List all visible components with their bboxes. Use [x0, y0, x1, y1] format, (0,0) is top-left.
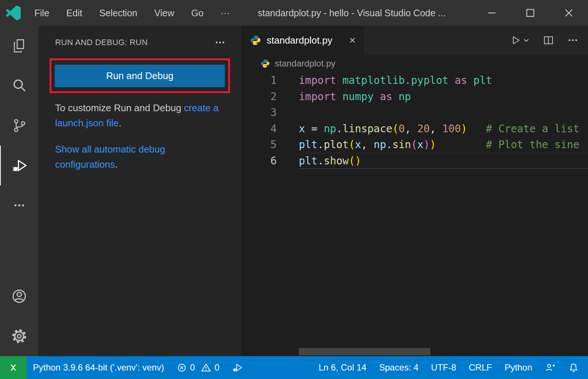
code-token: .: [318, 155, 324, 167]
code-token: plt: [299, 139, 318, 151]
debug-status[interactable]: [226, 356, 249, 379]
status-bar: Python 3.9.6 64-bit ('.venv': venv) 0 0 …: [0, 356, 588, 379]
line-number: 1: [241, 74, 277, 86]
close-button[interactable]: [550, 0, 588, 26]
code-token: ): [423, 139, 430, 151]
notifications[interactable]: [562, 356, 585, 379]
code-token: ,: [430, 123, 442, 135]
sidebar-item-account[interactable]: [0, 276, 38, 316]
code-line: 3: [241, 105, 588, 121]
line-number: 4: [241, 123, 277, 135]
warning-count: 0: [214, 362, 219, 373]
code-token: .: [318, 139, 324, 151]
breadcrumb-item-file[interactable]: standardplot.py: [275, 58, 335, 69]
run-and-debug-button[interactable]: Run and Debug: [55, 65, 225, 87]
code-token: linspace: [342, 123, 392, 135]
indentation-label: Spaces: 4: [379, 362, 419, 373]
error-icon: [177, 363, 187, 373]
auto-configs-text: Show all automatic debug configurations.: [55, 142, 220, 172]
panel-more-actions-icon[interactable]: [214, 37, 226, 48]
cursor-position[interactable]: Ln 6, Col 14: [312, 356, 372, 379]
customize-text-label: To customize Run and Debug: [55, 102, 181, 113]
sidebar-item-search[interactable]: [0, 66, 38, 106]
code-token: as: [449, 74, 473, 86]
minimize-button[interactable]: [473, 0, 511, 26]
maximize-button[interactable]: [511, 0, 550, 26]
code-token: # Plot the sine: [486, 139, 579, 151]
menu-selection[interactable]: Selection: [91, 8, 146, 18]
code-text: import numpy as np: [299, 89, 588, 105]
menu-go[interactable]: Go: [183, 8, 212, 18]
sidebar-item-more[interactable]: [0, 185, 38, 225]
cursor-position-label: Ln 6, Col 14: [318, 362, 366, 373]
code-token: .: [336, 123, 342, 135]
code-token: (: [349, 155, 355, 167]
code-token: (: [349, 139, 355, 151]
annotation-highlight: Run and Debug: [50, 58, 230, 93]
sidebar-item-settings[interactable]: [0, 316, 38, 356]
encoding-label: UTF-8: [431, 362, 456, 373]
menu-view[interactable]: View: [146, 8, 183, 18]
bell-icon: [568, 362, 579, 373]
tab-bar: standardplot.py: [241, 26, 588, 55]
problems-indicator[interactable]: 0 0: [170, 356, 226, 379]
menu-edit[interactable]: Edit: [58, 8, 91, 18]
code-token: ): [461, 123, 467, 135]
tab-standardplot-py[interactable]: standardplot.py: [241, 26, 364, 55]
encoding[interactable]: UTF-8: [425, 356, 463, 379]
python-interpreter[interactable]: Python 3.9.6 64-bit ('.venv': venv): [27, 356, 170, 379]
code-token: 20: [417, 123, 430, 135]
account-icon: [11, 288, 27, 304]
code-token: x: [299, 123, 305, 135]
code-token: numpy: [342, 91, 374, 103]
split-editor-icon[interactable]: [543, 35, 554, 46]
line-number: 5: [241, 139, 277, 151]
code-editor[interactable]: 1import matplotlib.pyplot as plt2import …: [241, 72, 588, 169]
window-controls: [473, 0, 588, 26]
code-token: 100: [442, 123, 461, 135]
error-count: 0: [190, 362, 195, 373]
run-and-debug-panel: RUN AND DEBUG: RUN Run and Debug To cust…: [38, 26, 241, 356]
run-python-file-button[interactable]: [510, 35, 530, 46]
language-mode[interactable]: Python: [498, 356, 538, 379]
more-icon: [13, 199, 26, 212]
code-text: import matplotlib.pyplot as plt: [299, 72, 588, 89]
editor-more-actions-icon[interactable]: [567, 35, 578, 46]
eol-label: CRLF: [469, 362, 492, 373]
sidebar-item-explorer[interactable]: [0, 26, 38, 66]
line-number: 2: [241, 91, 277, 103]
sidebar-item-source-control[interactable]: [0, 106, 38, 146]
debug-icon: [232, 362, 243, 373]
code-line: 2import numpy as np: [241, 89, 588, 105]
code-token: x: [355, 139, 361, 151]
source-control-icon: [11, 117, 27, 134]
editor-group: standardplot.py: [241, 26, 588, 356]
run-icon: [510, 35, 521, 46]
indentation[interactable]: Spaces: 4: [373, 356, 425, 379]
tab-close-icon[interactable]: [348, 36, 357, 45]
menu-file[interactable]: File: [26, 8, 58, 18]
eol-sequence[interactable]: CRLF: [463, 356, 499, 379]
tab-label: standardplot.py: [267, 35, 332, 46]
breadcrumb[interactable]: standardplot.py: [241, 55, 588, 72]
sidebar-item-run-and-debug[interactable]: [0, 146, 38, 185]
code-token: [436, 139, 486, 151]
code-line: 6plt.show(): [241, 153, 588, 169]
remote-indicator[interactable]: [0, 356, 27, 379]
search-icon: [11, 78, 27, 94]
code-token: import: [299, 74, 342, 86]
code-token: np: [374, 139, 386, 151]
code-line: 4x = np.linspace(0, 20, 100) # Create a …: [241, 121, 588, 137]
code-token: import: [299, 91, 342, 103]
code-token: sin: [392, 139, 411, 151]
python-file-icon: [260, 59, 270, 68]
code-text: plt.show(): [299, 153, 588, 169]
code-token: matplotlib.pyplot: [342, 74, 449, 86]
show-debug-configurations-link[interactable]: Show all automatic debug configurations: [55, 144, 165, 170]
feedback[interactable]: [538, 356, 562, 379]
horizontal-scrollbar[interactable]: [299, 348, 430, 355]
title-bar: File Edit Selection View Go ··· standard…: [0, 0, 588, 26]
panel-title: RUN AND DEBUG: RUN: [55, 38, 148, 47]
settings-gear-icon: [11, 328, 27, 344]
menu-more[interactable]: ···: [212, 8, 238, 18]
